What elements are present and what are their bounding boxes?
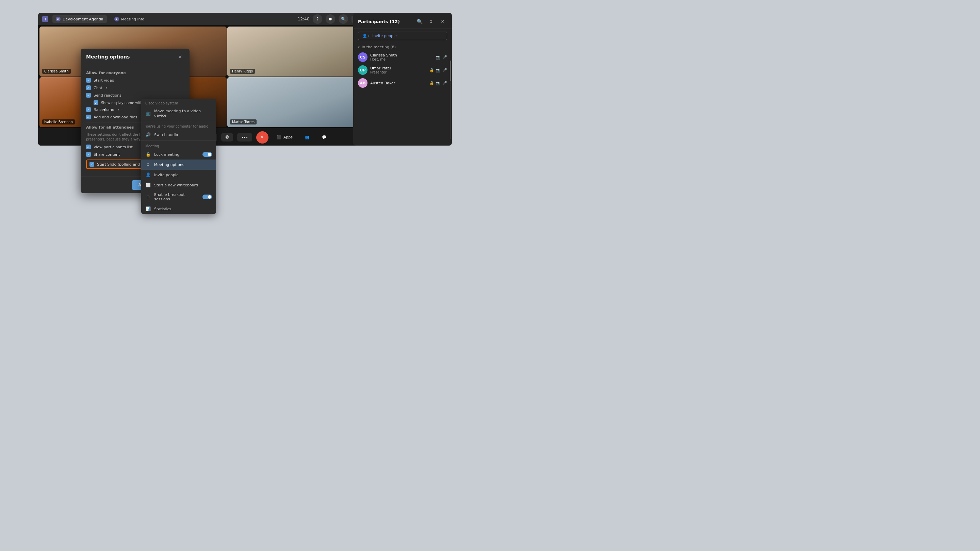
participant-item-umar[interactable]: UP Umar Patel Presenter 🔒 📷 🎤 [353, 64, 452, 76]
statistics-icon: 📊 [145, 206, 151, 211]
chat-icon: 💬 [322, 135, 327, 140]
lock-meeting-icon: 🔒 [145, 152, 151, 157]
end-call-icon: ✕ [261, 135, 264, 140]
ctx-switch-audio-item[interactable]: 🔊 Switch audio [141, 130, 216, 140]
breakout-toggle [202, 195, 212, 199]
option-start-video-label: Start video [94, 78, 114, 83]
close-panel-btn[interactable]: ✕ [438, 17, 447, 26]
camera-status-umar-icon: 📷 [436, 68, 441, 73]
tile-label-isabelle: Isabelle Brennan [42, 119, 75, 124]
participant-item-austen[interactable]: AB Austen Baker 🔒 📷 🎤 [353, 76, 452, 89]
ctx-whiteboard-item[interactable]: ⬜ Start a new whiteboard [141, 180, 216, 190]
option-reactions-row: ✓ Send reactions [86, 93, 184, 98]
ctx-lock-meeting-item[interactable]: 🔒 Lock meeting [141, 149, 216, 159]
option-add-files-label: Add and download files [94, 115, 137, 119]
in-meeting-section[interactable]: ▾ In the meeting (8) [353, 43, 452, 51]
invite-icon: 👤+ [363, 34, 370, 38]
switch-audio-icon: 🔊 [145, 132, 151, 137]
invite-people-icon: 👤 [145, 172, 151, 178]
toggle-on-icon [202, 152, 212, 157]
question-icon-btn[interactable]: ? [313, 14, 322, 24]
ctx-breakout-item[interactable]: ⊕ Enable breakout sessions [141, 190, 216, 204]
search-btn[interactable]: 🔍 [339, 14, 348, 24]
mic-austen-muted-icon: 🎤 [442, 81, 447, 86]
ctx-meeting-label: Meeting [141, 141, 216, 149]
chevron-down-icon: ▾ [358, 45, 360, 49]
tab-icon: W [56, 17, 60, 21]
tab-meeting-info[interactable]: ℹ Meeting info [111, 15, 148, 23]
people-icon: 👥 [305, 135, 310, 140]
modal-section1-title: Allow for everyone [86, 71, 184, 75]
chat-btn[interactable]: 💬 [318, 133, 331, 141]
participant-icons-austen: 🔒 📷 🎤 [430, 81, 447, 86]
option-start-video-row: ✓ Start video [86, 78, 184, 83]
checkbox-raise-hand[interactable]: ✓ [86, 107, 91, 112]
tab-meeting-icon: ℹ [115, 17, 119, 21]
mic-status-umar-icon: 🎤 [442, 68, 447, 73]
ctx-cisco-label: Cisco video system [141, 98, 216, 106]
sort-participants-btn[interactable]: ↕ [427, 17, 436, 26]
ctx-move-meeting-item[interactable]: 📺 Move meeting to a video device [141, 106, 216, 120]
tile-label-clarissa: Clarissa Smith [42, 69, 71, 74]
checkbox-reactions[interactable]: ✓ [86, 93, 91, 98]
checkbox-add-files[interactable]: ✓ [86, 114, 91, 119]
tab-development-agenda[interactable]: W Development Agenda [52, 15, 107, 23]
modal-close-btn[interactable]: ✕ [176, 53, 184, 61]
camera-austen-icon: 📷 [436, 81, 441, 86]
title-bar-left: T W Development Agenda ℹ Meeting info [42, 15, 294, 23]
panel-header-actions: 🔍 ↕ ✕ [415, 17, 447, 26]
lock-austen-icon: 🔒 [430, 81, 434, 86]
ctx-meeting-options-item[interactable]: ⚙ Meeting options [141, 159, 216, 170]
checkbox-participants-list[interactable]: ✓ [86, 144, 91, 149]
emoji-icon: 😀 [225, 135, 229, 140]
teams-logo-icon: T [42, 16, 48, 22]
checkbox-display-name[interactable]: ✓ [94, 100, 98, 105]
option-chat-row: ✓ Chat ▾ [86, 86, 184, 90]
participant-item-clarissa[interactable]: CS Clarissa Smith Host, me 📷 🎤 [353, 51, 452, 64]
people-btn[interactable]: 👥 [301, 133, 314, 141]
ctx-statistics-item[interactable]: 📊 Statistics [141, 204, 216, 214]
search-participants-btn[interactable]: 🔍 [415, 17, 424, 26]
scrollbar-track[interactable] [450, 60, 451, 139]
checkbox-slido[interactable]: ✓ [89, 162, 94, 167]
option-reactions-label: Send reactions [94, 93, 121, 98]
ctx-divider-2 [141, 140, 216, 141]
scrollbar-thumb [450, 60, 451, 81]
participant-info-clarissa: Clarissa Smith Host, me [370, 53, 433, 61]
whiteboard-icon: ⬜ [145, 182, 151, 188]
checkbox-chat[interactable]: ✓ [86, 86, 91, 90]
tile-label-marise: Marise Torres [230, 119, 256, 124]
apps-btn[interactable]: ⬛ Apps [272, 133, 297, 141]
lock-toggle [202, 152, 212, 157]
time-display: 12:40 [298, 17, 310, 21]
avatar-clarissa: CS [358, 52, 368, 62]
participant-info-austen: Austen Baker [370, 81, 427, 86]
meeting-options-icon: ⚙ [145, 162, 151, 167]
more-btn[interactable]: ••• [237, 133, 252, 141]
modal-header: Meeting options ✕ [81, 49, 189, 65]
camera-status-icon: 📷 [436, 55, 441, 60]
participants-panel: Participants (12) 🔍 ↕ ✕ 👤+ Invite people… [353, 13, 452, 146]
modal-title: Meeting options [86, 54, 130, 60]
ctx-invite-people-item[interactable]: 👤 Invite people [141, 170, 216, 180]
option-share-content-label: Share content [94, 152, 120, 157]
checkbox-share-content[interactable]: ✓ [86, 152, 91, 157]
option-raise-hand-label: Raise hand [94, 108, 115, 112]
lock-icon: 🔒 [430, 68, 434, 73]
avatar-austen: AB [358, 78, 368, 88]
panel-header: Participants (12) 🔍 ↕ ✕ [353, 13, 452, 29]
participant-icons-clarissa: 📷 🎤 [436, 55, 447, 60]
option-chat-label: Chat [94, 86, 102, 90]
invite-people-btn[interactable]: 👤+ Invite people [358, 32, 447, 40]
apps-icon: ⬛ [277, 135, 282, 140]
breakout-icon: ⊕ [145, 194, 151, 200]
tile-label-henry: Henry Riggs [230, 69, 255, 74]
context-menu: Cisco video system 📺 Move meeting to a v… [141, 98, 216, 214]
emoji-btn[interactable]: 😀 [221, 133, 233, 141]
ctx-audio-label: You're using your computer for audio [141, 122, 216, 130]
checkbox-start-video[interactable]: ✓ [86, 78, 91, 83]
end-call-btn[interactable]: ✕ [256, 131, 269, 143]
mic-status-icon: 🎤 [442, 55, 447, 60]
record-status-btn[interactable]: ⏺ [326, 14, 335, 24]
participant-icons-umar: 🔒 📷 🎤 [430, 68, 447, 73]
